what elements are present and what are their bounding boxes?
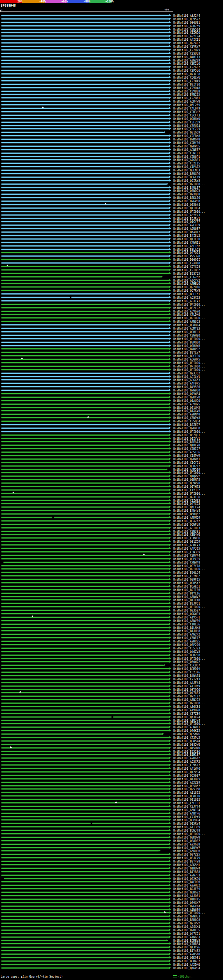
subject-id[interactable]: UniRef100_B9MEV8 xyxy=(173,939,200,942)
hit-row[interactable]: UniRef100_C73PU5 xyxy=(0,736,223,740)
subject-id[interactable]: UniRef100_Q2IRY8 xyxy=(173,180,200,183)
hit-row[interactable]: UniRef100_Q47Q54 xyxy=(0,251,223,255)
subject-id[interactable]: UniRef100_A9E4E9 xyxy=(173,224,200,227)
hit-row[interactable]: UniRef100_B1XXV6 xyxy=(0,409,223,413)
hit-row[interactable]: UniRef100_Q1QPW2 xyxy=(0,474,223,478)
hit-row[interactable]: UniRef100_C1YJE2 xyxy=(0,488,223,492)
hit-row[interactable]: UniRef100_UPI000... xyxy=(0,567,223,571)
subject-id[interactable]: UniRef100_Q08BZ4 xyxy=(173,324,200,327)
hit-row[interactable]: UniRef100_Q88DB7 xyxy=(0,839,223,843)
hit-row[interactable]: UniRef100_B9MEV8 xyxy=(0,939,223,942)
hit-row[interactable]: UniRef100_UPI000... xyxy=(0,303,223,306)
subject-id[interactable]: UniRef100_P95328 xyxy=(173,255,200,258)
subject-id[interactable]: UniRef100_Q2KCW0 xyxy=(173,396,200,399)
subject-id[interactable]: UniRef100_B7GP60 xyxy=(173,200,200,203)
hit-row[interactable]: UniRef100_A6U6S7 xyxy=(0,227,223,231)
subject-id[interactable]: UniRef100_A9XGE8 xyxy=(173,843,200,846)
subject-id[interactable]: UniRef100_Q9K9H0 xyxy=(173,427,200,430)
hit-row[interactable]: UniRef100_C3F2J9 xyxy=(0,121,223,124)
subject-id[interactable]: UniRef100_C71ZA3 xyxy=(173,678,200,681)
subject-id[interactable]: UniRef100_C1YJE2 xyxy=(173,489,200,492)
subject-id[interactable]: UniRef100_C7LDK0 xyxy=(173,313,200,317)
subject-id[interactable]: UniRef100_UPI000... xyxy=(173,568,205,571)
subject-id[interactable]: UniRef100_B5ZQJ1 xyxy=(173,434,200,437)
hit-row[interactable]: UniRef100_A1U9W7 xyxy=(0,846,223,850)
subject-id[interactable]: UniRef100_B1K4T5 xyxy=(173,898,200,901)
subject-id[interactable]: UniRef100_C3N3B5 xyxy=(173,550,200,554)
subject-id[interactable]: UniRef100_C9YCG8 xyxy=(173,265,200,268)
subject-id[interactable]: UniRef100_B1YLI6 xyxy=(173,592,200,595)
subject-id[interactable]: UniRef100_C3C7C5 xyxy=(173,127,200,131)
subject-id[interactable]: UniRef100_C5C1R1 xyxy=(173,802,200,805)
hit-row[interactable]: UniRef100_B4UL37 xyxy=(0,186,223,189)
hit-row[interactable]: UniRef100_B3PQE0 xyxy=(0,341,223,344)
hit-row[interactable]: UniRef100_A5V6Y0 xyxy=(0,310,223,313)
subject-id[interactable]: UniRef100_Q3B217 xyxy=(173,465,200,468)
hit-row[interactable]: UniRef100_A7RM59 xyxy=(0,516,223,519)
subject-id[interactable]: UniRef100_B1J8Z5 xyxy=(173,778,200,781)
subject-id[interactable]: UniRef100_Q62K90 xyxy=(173,877,200,881)
hit-row[interactable]: UniRef100_B4ISL2 xyxy=(0,234,223,237)
subject-id[interactable]: UniRef100_B5WJ78 xyxy=(173,829,200,832)
subject-id[interactable]: UniRef100_Q88DB7 xyxy=(173,840,200,843)
subject-id[interactable]: UniRef100_Q0K9E1 xyxy=(173,956,200,959)
subject-id[interactable]: UniRef100_Q2Z4F7 xyxy=(173,42,200,45)
subject-id[interactable]: UniRef100_Q39GX7 xyxy=(173,901,200,905)
hit-row[interactable]: UniRef100_C73PY5 xyxy=(0,815,223,819)
hit-row[interactable]: UniRef100_Q385W4 xyxy=(0,740,223,743)
hit-row[interactable]: UniRef100_C3N3B5 xyxy=(0,550,223,554)
hit-row[interactable]: UniRef100_Q4FL94 xyxy=(0,506,223,509)
subject-id[interactable]: UniRef100_Q39577 xyxy=(173,18,200,21)
hit-row[interactable]: UniRef100_Q385W0 xyxy=(0,743,223,746)
subject-id[interactable]: UniRef100_C2WHZ0 xyxy=(173,334,200,337)
subject-id[interactable]: UniRef100_UPI000... xyxy=(173,833,205,836)
subject-id[interactable]: UniRef100_Q25JM8 xyxy=(173,788,200,791)
subject-id[interactable]: UniRef100_C5WE17 xyxy=(173,636,200,640)
hit-row[interactable]: UniRef100_C2VQ48 xyxy=(0,86,223,90)
hit-row[interactable]: UniRef100_A01S92 xyxy=(0,791,223,794)
hit-row[interactable]: UniRef100_A8TUF3 xyxy=(0,526,223,530)
hit-row[interactable]: UniRef100_A6SX93 xyxy=(0,296,223,299)
hit-row[interactable]: UniRef100_C2YW45 xyxy=(0,79,223,83)
subject-id[interactable]: UniRef100_B1Y4S2 xyxy=(173,950,200,953)
subject-id[interactable]: UniRef100_Q73C38 xyxy=(173,73,200,76)
hit-row[interactable]: UniRef100_A1W6B9 xyxy=(0,908,223,912)
subject-id[interactable]: UniRef100_C3P5L6 xyxy=(173,69,200,72)
hit-row[interactable]: UniRef100_Q55037 xyxy=(0,774,223,777)
subject-id[interactable]: UniRef100_B15HW0 xyxy=(173,747,200,750)
subject-id[interactable]: UniRef100_Q1AUC0 xyxy=(173,399,200,402)
hit-row[interactable]: UniRef100_A9GX53 xyxy=(0,378,223,382)
subject-id[interactable]: UniRef100_C3RVP4 xyxy=(173,554,200,557)
hit-row[interactable]: UniRef100_Q67RW8 xyxy=(0,289,223,293)
subject-id[interactable]: UniRef100_Q85857 xyxy=(173,784,200,788)
hit-row[interactable]: UniRef100_A6SXK4 xyxy=(0,925,223,929)
subject-id[interactable]: UniRef100_Q478F3 xyxy=(173,692,200,695)
subject-id[interactable]: UniRef100_UPI000... xyxy=(173,183,205,186)
hit-row[interactable]: UniRef100_B7GXN4 xyxy=(0,905,223,908)
subject-id[interactable]: UniRef100_A3UJY4 xyxy=(173,719,200,722)
subject-id[interactable]: UniRef100_A6SX93 xyxy=(173,296,200,299)
hit-row[interactable]: UniRef100_A1T389 xyxy=(0,825,223,829)
subject-id[interactable]: UniRef100_Q11S02 xyxy=(173,798,200,801)
subject-id[interactable]: UniRef100_B7N295 xyxy=(173,93,200,96)
subject-id[interactable]: UniRef100_Q1YH73 xyxy=(173,485,200,488)
hit-row[interactable]: UniRef100_B9ITE0 xyxy=(0,83,223,86)
subject-id[interactable]: UniRef100_C0G7M7 xyxy=(173,276,200,279)
subject-id[interactable]: UniRef100_A7HEL6 xyxy=(173,282,200,285)
hit-row[interactable]: UniRef100_A8J244 xyxy=(0,14,223,18)
subject-id[interactable]: UniRef100_UPI000... xyxy=(173,471,205,474)
subject-id[interactable]: UniRef100_Q81GD9 xyxy=(173,131,200,134)
subject-id[interactable]: UniRef100_B4UL37 xyxy=(173,186,200,189)
subject-id[interactable]: UniRef100_A4IX01 xyxy=(173,38,200,41)
hit-row[interactable]: UniRef100_UPI000... xyxy=(0,832,223,836)
hit-row[interactable]: UniRef100_A0JTV1 xyxy=(0,299,223,303)
subject-id[interactable]: UniRef100_B1TEW8 xyxy=(173,599,200,602)
subject-id[interactable]: UniRef100_C9T8S2 xyxy=(173,269,200,272)
hit-row[interactable]: UniRef100_Q97Y18 xyxy=(0,564,223,568)
subject-id[interactable]: UniRef100_C4WN11 xyxy=(173,241,200,244)
hit-row[interactable]: UniRef100_C0YNE2 xyxy=(0,574,223,578)
subject-id[interactable]: UniRef100_B3TLV7 xyxy=(173,351,200,354)
subject-id[interactable]: UniRef100_A9AHL2 xyxy=(173,884,200,887)
hit-row[interactable]: UniRef100_Q478F3 xyxy=(0,691,223,695)
hit-row[interactable]: UniRef100_Q5P206 xyxy=(0,643,223,647)
